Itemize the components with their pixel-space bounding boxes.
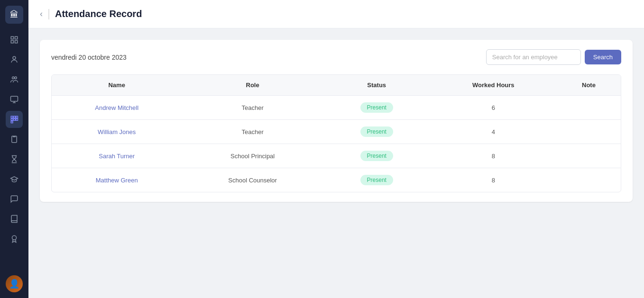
svg-rect-1 <box>15 36 18 39</box>
cell-note <box>557 96 621 120</box>
app-logo[interactable]: 🏛 <box>5 6 23 24</box>
svg-rect-12 <box>14 119 16 121</box>
chat-icon <box>10 195 18 203</box>
cell-worked-hours: 8 <box>430 168 557 192</box>
main-content: ‹ Attendance Record vendredi 20 octobre … <box>28 0 644 298</box>
svg-rect-2 <box>11 41 13 43</box>
group-icon <box>10 75 18 84</box>
cell-name: Andrew Mitchell <box>52 96 182 120</box>
col-status: Status <box>323 75 430 96</box>
svg-point-4 <box>13 56 16 59</box>
cell-worked-hours: 4 <box>430 120 557 144</box>
status-badge: Present <box>360 151 393 161</box>
svg-point-16 <box>12 235 17 240</box>
search-area: Search <box>486 49 621 65</box>
svg-rect-9 <box>14 116 16 118</box>
sidebar: 🏛 👤 <box>0 0 28 298</box>
person-icon <box>10 55 18 64</box>
user-avatar[interactable]: 👤 <box>6 275 23 292</box>
cell-note <box>557 168 621 192</box>
cell-name: Matthew Green <box>52 168 182 192</box>
cell-status: Present <box>323 120 430 144</box>
clipboard-icon <box>10 135 18 144</box>
sidebar-item-attendance[interactable] <box>6 111 23 128</box>
cell-note <box>557 120 621 144</box>
sidebar-item-graduate[interactable] <box>6 171 23 188</box>
svg-rect-3 <box>15 41 18 43</box>
svg-rect-13 <box>16 119 18 121</box>
dashboard-icon <box>10 36 18 44</box>
cell-role: Teacher <box>182 96 323 120</box>
cell-role: School Counselor <box>182 168 323 192</box>
cell-worked-hours: 6 <box>430 96 557 120</box>
header-row: Name Role Status Worked Hours Note <box>52 75 621 96</box>
page-content: vendredi 20 octobre 2023 Search Name Rol… <box>28 28 644 298</box>
cell-status: Present <box>323 144 430 168</box>
status-badge: Present <box>360 102 393 113</box>
table-row: Sarah Turner School Principal Present 8 <box>52 144 621 168</box>
sidebar-item-group[interactable] <box>6 71 23 88</box>
table-body: Andrew Mitchell Teacher Present 6 Willia… <box>52 96 621 192</box>
page-header: ‹ Attendance Record <box>28 0 644 28</box>
table-row: William Jones Teacher Present 4 <box>52 120 621 144</box>
graduate-icon <box>10 175 18 183</box>
logo-icon: 🏛 <box>10 10 18 20</box>
svg-rect-7 <box>11 96 18 101</box>
sidebar-item-hourglass[interactable] <box>6 151 23 168</box>
col-worked-hours: Worked Hours <box>430 75 557 96</box>
cell-status: Present <box>323 168 430 192</box>
svg-rect-0 <box>11 36 13 39</box>
sidebar-item-monitor[interactable] <box>6 91 23 108</box>
sidebar-item-dashboard[interactable] <box>6 31 23 48</box>
sidebar-item-person[interactable] <box>6 51 23 68</box>
back-button[interactable]: ‹ <box>40 9 43 19</box>
svg-rect-14 <box>11 121 13 123</box>
svg-point-5 <box>12 77 15 79</box>
hourglass-icon <box>10 155 18 163</box>
cell-status: Present <box>323 96 430 120</box>
cell-role: School Principal <box>182 144 323 168</box>
cell-note <box>557 144 621 168</box>
col-role: Role <box>182 75 323 96</box>
sidebar-item-award[interactable] <box>6 230 23 247</box>
svg-rect-11 <box>11 119 13 121</box>
attendance-table: Name Role Status Worked Hours Note Andre… <box>52 75 621 192</box>
cell-role: Teacher <box>182 120 323 144</box>
table-header: Name Role Status Worked Hours Note <box>52 75 621 96</box>
search-input[interactable] <box>486 49 581 65</box>
date-label: vendredi 20 octobre 2023 <box>51 54 127 61</box>
status-badge: Present <box>360 126 393 137</box>
status-badge: Present <box>360 175 393 185</box>
sidebar-item-clipboard[interactable] <box>6 131 23 148</box>
cell-name: Sarah Turner <box>52 144 182 168</box>
sidebar-item-chat[interactable] <box>6 190 23 208</box>
sidebar-item-library[interactable] <box>6 210 23 227</box>
page-title: Attendance Record <box>55 9 142 19</box>
attendance-table-wrapper: Name Role Status Worked Hours Note Andre… <box>51 74 621 192</box>
col-name: Name <box>52 75 182 96</box>
toolbar: vendredi 20 octobre 2023 Search <box>51 49 621 65</box>
svg-rect-10 <box>16 116 18 118</box>
cell-worked-hours: 8 <box>430 144 557 168</box>
col-note: Note <box>557 75 621 96</box>
avatar-image: 👤 <box>9 279 19 289</box>
cell-name: William Jones <box>52 120 182 144</box>
award-icon <box>10 235 18 243</box>
attendance-icon <box>10 115 18 124</box>
search-button[interactable]: Search <box>585 50 621 64</box>
library-icon <box>10 215 18 223</box>
svg-rect-8 <box>11 116 13 118</box>
svg-point-6 <box>15 77 17 79</box>
monitor-icon <box>10 95 18 104</box>
attendance-card: vendredi 20 octobre 2023 Search Name Rol… <box>40 40 633 202</box>
table-row: Andrew Mitchell Teacher Present 6 <box>52 96 621 120</box>
table-row: Matthew Green School Counselor Present 8 <box>52 168 621 192</box>
header-divider <box>48 9 49 19</box>
